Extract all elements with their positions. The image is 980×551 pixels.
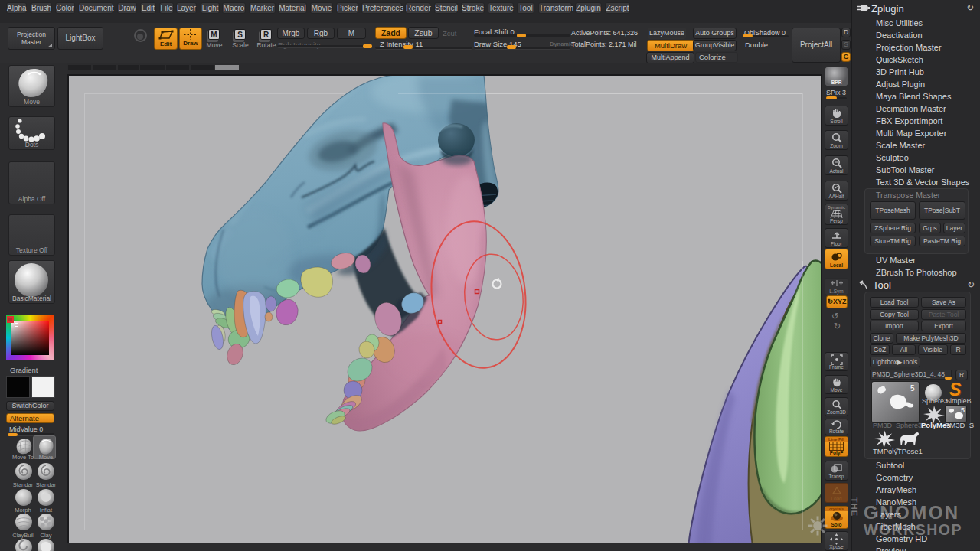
svg-text:5: 5 [910,384,915,393]
svg-text:5: 5 [961,406,965,414]
